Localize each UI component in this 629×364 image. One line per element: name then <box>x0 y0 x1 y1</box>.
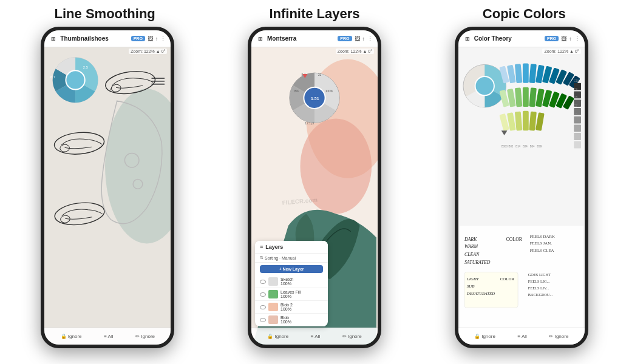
svg-text:DARK: DARK <box>464 237 477 242</box>
pen-label-2: ✏ Ignore <box>342 334 362 339</box>
svg-text:LIGHT: LIGHT <box>466 277 480 281</box>
layer-thumb-blob <box>268 315 278 324</box>
grid-icon-2: ⊞ <box>256 35 265 43</box>
layer-item-blob2[interactable]: Blob 2100% <box>255 301 328 314</box>
new-layer-button[interactable]: + New Layer <box>260 265 323 273</box>
svg-text:B34: B34 <box>529 145 534 148</box>
phone1-wrapper: ⊞ Thumbnailshoes PRO 🖼 ↑ ⋮ Zoom: 122% ▲ … <box>6 27 209 364</box>
layer-visibility-leaves[interactable] <box>260 292 266 297</box>
layer-item-leaves[interactable]: Leaves Fill100% <box>255 288 328 301</box>
svg-text:C5: C5 <box>574 113 577 116</box>
svg-text:C8: C8 <box>574 96 577 99</box>
svg-rect-34 <box>529 64 536 83</box>
more-icon-3[interactable]: ⋮ <box>574 36 580 42</box>
phone2: ⊞ Montserra PRO 🖼 ↑ ⋮ Zoom: 122% ▲ 0° <box>248 27 381 348</box>
svg-text:GOES LIGHT: GOES LIGHT <box>528 272 550 277</box>
phone2-title: Montserra <box>267 35 335 42</box>
svg-rect-53 <box>515 111 522 130</box>
svg-text:1.51: 1.51 <box>311 96 319 101</box>
svg-text:B39: B39 <box>537 145 542 148</box>
layers-sort: ⇅ Sorting · Manual <box>255 254 328 263</box>
layer-name-blob2: Blob 2100% <box>280 303 323 311</box>
svg-text:BACKGROU...: BACKGROU... <box>528 292 552 297</box>
phone3-appbar: ⊞ Color Theory PRO 🖼 ↑ ⋮ <box>458 30 585 47</box>
share-icon-3[interactable]: ↑ <box>569 36 572 42</box>
svg-text:B02: B02 <box>508 145 513 148</box>
svg-text:FEELS DARK: FEELS DARK <box>529 234 554 238</box>
all-label-2: ≡ All <box>311 334 320 339</box>
svg-rect-64 <box>574 141 581 149</box>
all-label-3: ≡ All <box>517 334 526 339</box>
more-icon[interactable]: ⋮ <box>160 36 166 42</box>
grid-icon: ⊞ <box>49 35 58 43</box>
phone1-bottombar: 🔒 Ignore ≡ All ✏ Ignore <box>44 328 171 345</box>
svg-text:2.5: 2.5 <box>83 66 89 69</box>
phone1-canvas: 2.5 6.7 <box>44 47 171 345</box>
svg-text:100%: 100% <box>325 90 333 93</box>
layers-title: Layers <box>265 244 283 250</box>
phone3-pro: PRO <box>545 36 559 41</box>
svg-text:SATURATED: SATURATED <box>464 260 491 265</box>
svg-text:8%: 8% <box>294 90 299 93</box>
svg-text:6.7: 6.7 <box>50 75 55 79</box>
title-infinite-layers: Infinite Layers <box>209 6 419 22</box>
layer-thumb-blob2 <box>268 303 278 311</box>
svg-text:B24: B24 <box>523 145 528 148</box>
all-label: ≡ All <box>104 334 113 339</box>
svg-point-29 <box>475 76 494 95</box>
pen-label: ✏ Ignore <box>135 334 155 339</box>
svg-text:CLEAN: CLEAN <box>464 252 480 257</box>
phone2-wrapper: ⊞ Montserra PRO 🖼 ↑ ⋮ Zoom: 122% ▲ 0° <box>213 27 416 364</box>
layer-visibility-sketch[interactable] <box>260 280 266 284</box>
phone3-bottombar: 🔒 Ignore ≡ All ✏ Ignore <box>458 328 585 345</box>
svg-rect-33 <box>523 63 529 83</box>
phone3-screen: ⊞ Color Theory PRO 🖼 ↑ ⋮ Zoom: 122% ▲ 0° <box>458 30 585 345</box>
svg-rect-61 <box>574 116 581 124</box>
lock-label: 🔒 Ignore <box>61 334 82 339</box>
svg-text:FEELS CLEA: FEELS CLEA <box>529 248 554 252</box>
title-copic-colors: Copic Colors <box>420 6 629 22</box>
svg-rect-54 <box>523 111 529 130</box>
grid-icon-3: ⊞ <box>463 35 472 43</box>
layer-visibility-blob2[interactable] <box>260 305 266 309</box>
title-line-smoothing: Line Smoothing <box>0 6 209 22</box>
lock-label-2: 🔒 Ignore <box>267 334 288 339</box>
phone1: ⊞ Thumbnailshoes PRO 🖼 ↑ ⋮ Zoom: 122% ▲ … <box>41 27 174 348</box>
share-icon[interactable]: ↑ <box>155 36 158 42</box>
image-icon[interactable]: 🖼 <box>148 36 153 42</box>
svg-point-2 <box>66 70 85 89</box>
layer-thumb-sketch <box>268 277 278 286</box>
layer-item-blob[interactable]: Blob100% <box>255 314 328 326</box>
svg-text:12.1 pt: 12.1 pt <box>305 122 314 125</box>
phone3: ⊞ Color Theory PRO 🖼 ↑ ⋮ Zoom: 122% ▲ 0° <box>455 27 588 348</box>
svg-text:COLOR: COLOR <box>506 237 522 242</box>
svg-text:C10: C10 <box>574 79 579 83</box>
hamburger-icon: ≡ <box>260 244 263 250</box>
layer-name-blob: Blob100% <box>280 315 323 324</box>
svg-text:COLOR: COLOR <box>500 277 514 281</box>
svg-point-13 <box>53 200 106 228</box>
phone2-pro: PRO <box>338 36 352 41</box>
svg-text:DESATURATED: DESATURATED <box>466 291 495 295</box>
svg-text:FEELS JAN.: FEELS JAN. <box>529 241 551 245</box>
layer-visibility-blob[interactable] <box>260 318 266 322</box>
share-icon-2[interactable]: ↑ <box>362 36 365 42</box>
svg-rect-56 <box>536 112 545 131</box>
svg-text:FILECR.com: FILECR.com <box>282 197 318 206</box>
more-icon-2[interactable]: ⋮ <box>367 36 373 42</box>
lock-label-3: 🔒 Ignore <box>474 334 495 339</box>
layer-name-leaves: Leaves Fill100% <box>280 290 323 298</box>
svg-rect-44 <box>523 87 529 107</box>
svg-point-11 <box>53 130 105 156</box>
layer-item-sketch[interactable]: Sketch100% <box>255 275 328 288</box>
svg-rect-55 <box>529 111 536 130</box>
phone1-title: Thumbnailshoes <box>60 35 128 42</box>
layers-panel[interactable]: ≡ Layers ⇅ Sorting · Manual + New Layer … <box>255 241 328 326</box>
phone1-pro: PRO <box>131 36 145 41</box>
layer-thumb-leaves <box>268 290 278 298</box>
phone1-screen: ⊞ Thumbnailshoes PRO 🖼 ↑ ⋮ Zoom: 122% ▲ … <box>44 30 171 345</box>
pen-label-3: ✏ Ignore <box>549 334 568 339</box>
image-icon-3[interactable]: 🖼 <box>561 36 566 42</box>
image-icon-2[interactable]: 🖼 <box>355 36 360 42</box>
phone3-canvas: B000 B02 B14 B24 B34 B39 C10 C9 C8 C7 C5 <box>458 47 585 345</box>
